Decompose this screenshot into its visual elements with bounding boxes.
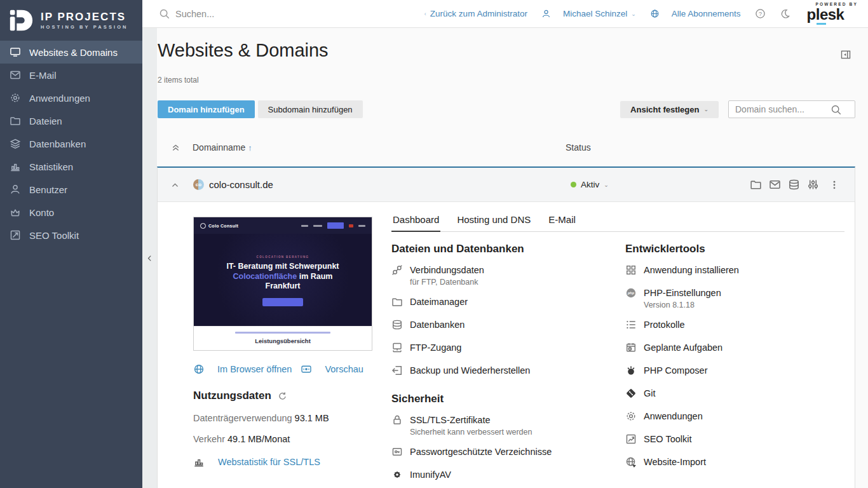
sidebar-item-konto[interactable]: Konto <box>0 201 142 224</box>
grid-icon <box>625 264 637 276</box>
sidebar-item-anwendungen[interactable]: Anwendungen <box>0 86 142 109</box>
preview-site-tagline: COLOCATION BERATUNG <box>194 255 372 259</box>
composer-icon <box>625 365 637 376</box>
add-domain-button[interactable]: Domain hinzufügen <box>158 100 255 118</box>
sidebar-item-datenbanken[interactable]: Datenbanken <box>0 132 142 155</box>
collapse-panel-icon[interactable] <box>840 49 851 60</box>
sidebar-item-e-mail[interactable]: E-Mail <box>0 64 142 86</box>
all-subscriptions-link[interactable]: Alle Abonnements <box>650 9 741 18</box>
layers-icon <box>10 138 21 149</box>
domain-favicon: co <box>193 179 204 190</box>
envelope-icon[interactable] <box>769 179 781 191</box>
user-icon <box>541 9 551 18</box>
sidebar-item-label: Anwendungen <box>29 93 90 104</box>
dashboard-item-git[interactable]: Git <box>625 382 844 405</box>
dashboard-item-protokolle[interactable]: Protokolle <box>625 313 844 336</box>
preview-site-flag-icon <box>349 224 353 227</box>
back-to-administrator-link[interactable]: ‹ Zurück zum Administrator <box>424 9 527 18</box>
dashboard-item-datenbanken[interactable]: Datenbanken <box>391 313 625 336</box>
dashboard-item-ftp-zugang[interactable]: FTP-Zugang <box>391 336 625 359</box>
domain-name-link[interactable]: colo-consult.de <box>209 179 273 190</box>
globe-icon <box>193 363 205 375</box>
open-in-browser-link[interactable]: Im Browser öffnen <box>193 363 292 375</box>
preview-site-footer: Leistungsübersicht <box>194 326 372 351</box>
tab-hosting-und-dns[interactable]: Hosting und DNS <box>456 210 532 232</box>
sidebar-item-benutzer[interactable]: Benutzer <box>0 178 142 201</box>
database-icon[interactable] <box>788 179 800 191</box>
folder-icon[interactable] <box>750 179 762 191</box>
sidebar-item-label: Statistiken <box>29 161 73 172</box>
global-search[interactable] <box>159 8 424 20</box>
monitor-icon <box>10 46 21 58</box>
preview-link[interactable]: Vorschau <box>301 363 363 375</box>
row-action-icons <box>750 179 819 191</box>
refresh-icon[interactable] <box>278 391 287 401</box>
sidebar-item-dateien[interactable]: Dateien <box>0 109 142 132</box>
dashboard-item-php-composer[interactable]: PHP Composer <box>625 359 844 382</box>
gear-icon <box>10 92 21 104</box>
search-icon <box>159 8 170 20</box>
preview-site-nav <box>301 222 365 229</box>
dashboard-item-anwendung-installieren[interactable]: Anwendung installieren <box>625 259 844 281</box>
sort-ascending-arrow: ↑ <box>248 143 252 152</box>
dashboard-item-passwortgesch-tzte-verzeichnisse[interactable]: Passwortgeschützte Verzeichnisse <box>391 440 625 463</box>
collapse-all-icon[interactable] <box>171 143 180 152</box>
preview-site-subheading: Leistungsübersicht <box>194 337 372 344</box>
crown-icon <box>10 207 21 218</box>
website-preview-thumbnail[interactable]: Colo Consult COLOCATION BERATUNG IT- Ber… <box>193 217 372 351</box>
seochart-icon <box>625 433 637 445</box>
preview-site-hero: COLOCATION BERATUNG IT- Beratung mit Sch… <box>194 234 372 326</box>
tab-dashboard[interactable]: Dashboard <box>391 210 440 232</box>
user-menu[interactable]: Michael Schinzel ⌄ <box>541 9 636 18</box>
barchart-icon <box>193 456 205 468</box>
dark-mode-moon-icon[interactable] <box>780 8 790 19</box>
sidebar-item-websites-domains[interactable]: Websites & Domains <box>0 41 142 64</box>
help-icon[interactable]: ? <box>755 8 766 19</box>
gear-icon <box>625 410 637 422</box>
domain-tabs: DashboardHosting und DNSE-Mail <box>391 210 844 232</box>
seo-icon <box>10 229 21 241</box>
domain-search <box>728 100 855 118</box>
global-search-input[interactable] <box>175 9 366 19</box>
ip-projects-logo[interactable]: IP PROJECTS HOSTING BY PASSION <box>0 0 142 41</box>
usage-heading: Nutzungsdaten <box>193 390 372 402</box>
preview-site-logo-icon <box>200 223 206 229</box>
dashboard-item-backup-und-wiederherstellen[interactable]: Backup und Wiederherstellen <box>391 359 625 382</box>
sidebar-collapse-strip[interactable] <box>142 28 157 488</box>
dashboard-item-geplante-aufgaben[interactable]: Geplante Aufgaben <box>625 336 844 359</box>
preview-site-headline: IT- Beratung mit Schwerpunkt Colocationf… <box>194 262 372 292</box>
sidebar-nav: Websites & DomainsE-MailAnwendungenDatei… <box>0 41 142 247</box>
database-icon <box>391 319 403 330</box>
kebab-menu-icon[interactable] <box>829 180 839 190</box>
add-subdomain-button[interactable]: Subdomain hinzufügen <box>258 100 363 118</box>
chevron-down-icon: ⌄ <box>631 11 636 17</box>
dashboard-item-imunifyav[interactable]: ImunifyAV <box>391 463 625 486</box>
sidebar-item-statistiken[interactable]: Statistiken <box>0 155 142 178</box>
sidebar-item-label: Benutzer <box>29 184 67 195</box>
dashboard-item-dateimanager[interactable]: Dateimanager <box>391 290 625 313</box>
folder-icon <box>10 115 21 126</box>
dashboard-item-website-import[interactable]: Website-Import <box>625 451 844 473</box>
domain-row-header: co colo-consult.de Aktiv ⌄ <box>158 168 855 202</box>
git-icon <box>625 388 637 399</box>
section-heading-sicherheit: Sicherheit <box>391 393 625 405</box>
logo-title: IP PROJECTS <box>41 11 128 24</box>
webstat-link[interactable]: Webstatistik für SSL/TLS <box>193 456 372 468</box>
collapse-row-icon[interactable] <box>171 180 179 189</box>
sliders-icon[interactable] <box>807 179 819 191</box>
domain-card-body: Colo Consult COLOCATION BERATUNG IT- Ber… <box>158 202 855 486</box>
set-view-button[interactable]: Ansicht festlegen ⌄ <box>620 101 719 118</box>
tab-e-mail[interactable]: E-Mail <box>547 210 577 232</box>
globe-icon <box>650 9 660 18</box>
column-header-domainname[interactable]: Domainname↑ <box>193 142 252 152</box>
traffic-usage: Verkehr 49.1 MB/Monat <box>193 434 372 444</box>
dashboard-item-seo-toolkit[interactable]: SEO Toolkit <box>625 428 844 451</box>
search-icon[interactable] <box>831 104 842 116</box>
sidebar-item-seo-toolkit[interactable]: SEO Toolkit <box>0 224 142 247</box>
sidebar-item-label: Konto <box>29 207 54 218</box>
dashboard-item-anwendungen[interactable]: Anwendungen <box>625 405 844 428</box>
globeimport-icon <box>625 456 637 468</box>
status-dropdown[interactable]: Aktiv ⌄ <box>571 180 609 189</box>
chevron-down-icon: ⌄ <box>604 182 609 188</box>
list-icon <box>625 319 637 330</box>
